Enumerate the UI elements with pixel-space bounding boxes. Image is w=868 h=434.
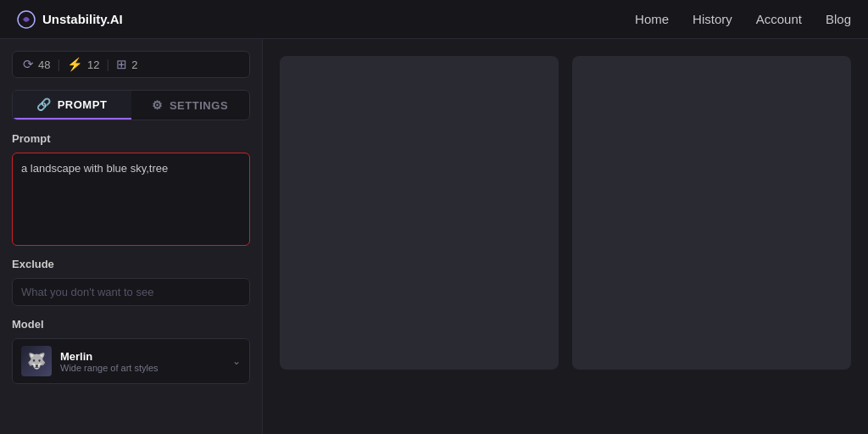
divider-1: | [57, 58, 60, 71]
prompt-tab-label: PROMPT [58, 98, 108, 111]
logo-icon [17, 10, 36, 29]
prompt-tab-icon: 🔗 [36, 97, 52, 111]
credits-value: 12 [87, 58, 99, 71]
content-area [263, 39, 868, 434]
navbar: Unstability.AI Home History Account Blog [0, 0, 868, 39]
model-label: Model [12, 318, 250, 331]
logo-text: Unstability.AI [42, 12, 123, 26]
model-section: Model 🐺 Merlin Wide range of art styles … [12, 318, 250, 384]
chevron-down-icon: ⌄ [232, 355, 241, 367]
divider-2: | [107, 58, 110, 71]
model-description: Wide range of art styles [60, 363, 159, 373]
generations-icon: ⟳ [23, 57, 34, 72]
main-layout: ⟳ 48 | ⚡ 12 | ⊞ 2 🔗 PROMPT ⚙ SETTINGS [0, 39, 868, 434]
exclude-input[interactable] [12, 278, 250, 306]
settings-tab-label: SETTINGS [170, 99, 228, 112]
tab-settings[interactable]: ⚙ SETTINGS [131, 91, 250, 120]
stat-generations: ⟳ 48 [23, 57, 50, 72]
generations-value: 48 [38, 58, 50, 71]
nav-blog[interactable]: Blog [826, 12, 851, 26]
nav-history[interactable]: History [693, 12, 732, 26]
sidebar: ⟳ 48 | ⚡ 12 | ⊞ 2 🔗 PROMPT ⚙ SETTINGS [0, 39, 263, 434]
credits-icon: ⚡ [67, 57, 83, 72]
logo[interactable]: Unstability.AI [17, 10, 123, 29]
model-thumbnail: 🐺 [21, 346, 52, 376]
image-preview-2 [572, 56, 851, 370]
image-preview-1 [280, 56, 559, 370]
images-icon: ⊞ [116, 57, 127, 72]
prompt-input[interactable]: a landscape with blue sky,tree [12, 153, 250, 246]
stats-bar: ⟳ 48 | ⚡ 12 | ⊞ 2 [12, 51, 250, 78]
stat-images: ⊞ 2 [116, 57, 137, 72]
tab-prompt[interactable]: 🔗 PROMPT [13, 91, 131, 120]
nav-account[interactable]: Account [756, 12, 802, 26]
model-info: 🐺 Merlin Wide range of art styles [21, 346, 159, 376]
navbar-links: Home History Account Blog [635, 12, 851, 26]
stat-credits: ⚡ 12 [67, 57, 99, 72]
model-selector[interactable]: 🐺 Merlin Wide range of art styles ⌄ [12, 338, 250, 384]
exclude-section: Exclude [12, 258, 250, 306]
model-text: Merlin Wide range of art styles [60, 350, 159, 373]
exclude-label: Exclude [12, 258, 250, 270]
settings-tab-icon: ⚙ [152, 98, 164, 112]
prompt-section: Prompt a landscape with blue sky,tree [12, 132, 250, 246]
tabs-row: 🔗 PROMPT ⚙ SETTINGS [12, 90, 250, 120]
nav-home[interactable]: Home [635, 12, 669, 26]
images-value: 2 [131, 58, 137, 71]
prompt-label: Prompt [12, 132, 250, 145]
model-name: Merlin [60, 350, 159, 363]
